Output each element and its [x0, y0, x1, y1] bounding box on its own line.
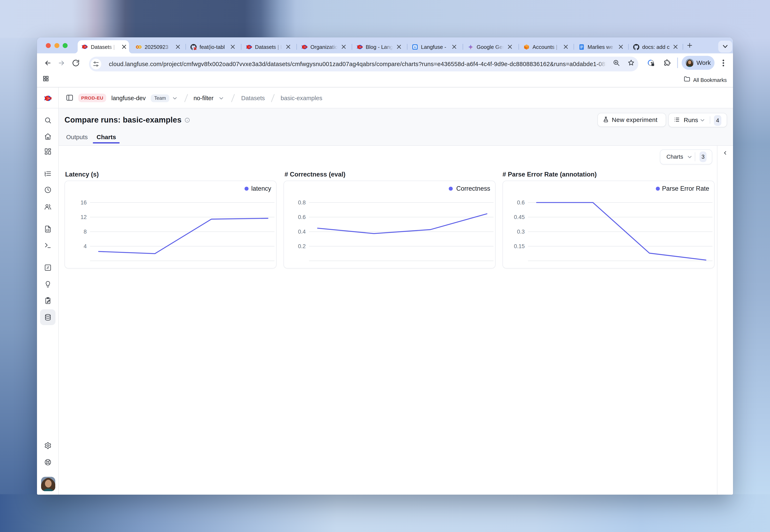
svg-text:0.15: 0.15 [514, 243, 525, 249]
svg-text:16: 16 [80, 199, 87, 206]
svg-text:latency: latency [251, 185, 271, 192]
svg-text:0.2: 0.2 [298, 243, 306, 249]
svg-text:4: 4 [84, 243, 87, 249]
svg-text:6: 6 [414, 45, 416, 49]
svg-text:0.6: 0.6 [517, 199, 525, 206]
svg-text:Correctness: Correctness [456, 185, 490, 192]
svg-text:0.3: 0.3 [517, 229, 525, 235]
svg-text:0.4: 0.4 [298, 229, 306, 235]
svg-text:0.6: 0.6 [298, 214, 306, 220]
svg-text:Parse Error Rate: Parse Error Rate [662, 185, 709, 192]
svg-text:0.8: 0.8 [298, 199, 306, 206]
svg-text:12: 12 [80, 214, 87, 220]
svg-text:0.45: 0.45 [514, 214, 525, 220]
svg-text:8: 8 [84, 229, 87, 235]
